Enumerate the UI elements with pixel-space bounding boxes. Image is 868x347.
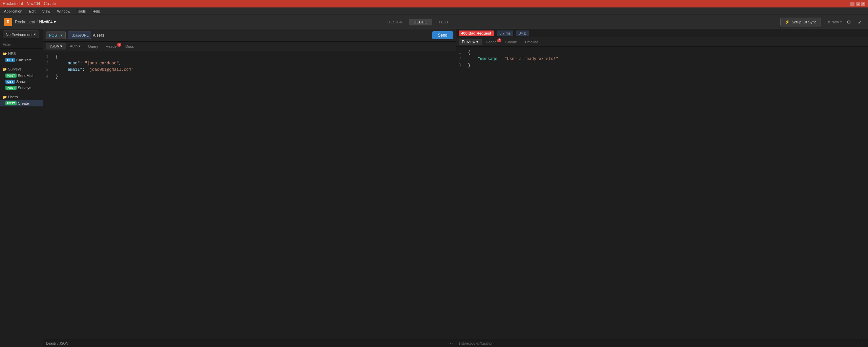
- response-panel: 400 Bad Request 5.7 ms 34 B Preview ▾ He…: [456, 29, 868, 347]
- item-label-create: Create: [18, 101, 29, 105]
- main-layout: No Environment ▾ ⚙ + 📂 NPS GET Calculate: [0, 29, 868, 347]
- menu-tools[interactable]: Tools: [76, 8, 87, 14]
- sidebar-item-surveys[interactable]: POST Surveys: [0, 85, 43, 91]
- sidebar-group-header-nps[interactable]: 📂 NPS: [0, 50, 43, 57]
- sidebar-group-surveys: 📂 Surveys POST SendMail GET Show POST Su…: [0, 64, 43, 92]
- method-label: POST: [49, 33, 59, 37]
- sidebar-group-header-surveys[interactable]: 📂 Surveys: [0, 66, 43, 73]
- method-selector[interactable]: POST ▾: [46, 32, 66, 39]
- tab-timeline[interactable]: Timeline: [521, 39, 542, 45]
- setup-git-button[interactable]: ⚡ Setup Git Sync: [780, 18, 821, 26]
- method-badge-get: GET: [5, 80, 15, 84]
- group-label-surveys: Surveys: [8, 67, 22, 71]
- toolbar-tabs: DESIGN DEBUG TEST: [383, 19, 454, 25]
- tab-design[interactable]: DESIGN: [383, 19, 408, 25]
- workspace-icon: R: [4, 18, 12, 26]
- sidebar-group-users: 📂 Users POST Create: [0, 92, 43, 108]
- titlebar-title: Rocketseat - Nlw#04 - Create: [3, 1, 56, 6]
- response-time: 5.7 ms: [497, 30, 513, 36]
- response-header-badge: 7: [497, 38, 501, 42]
- tab-response-header[interactable]: Header 7: [482, 39, 501, 45]
- group-label-nps: NPS: [8, 52, 16, 56]
- item-label-calculate: Calculate: [16, 58, 32, 62]
- url-base-tag[interactable]: _.baseURL: [68, 32, 91, 39]
- menu-edit[interactable]: Edit: [28, 8, 37, 14]
- tab-debug[interactable]: DEBUG: [409, 19, 433, 25]
- maximize-icon[interactable]: ⤢: [856, 19, 864, 25]
- response-size: 34 B: [516, 30, 529, 36]
- folder-icon: 📂: [3, 52, 7, 56]
- chevron-down-icon[interactable]: ▾: [840, 20, 842, 24]
- folder-icon: 📂: [3, 67, 7, 71]
- tab-docs[interactable]: Docs: [122, 43, 137, 49]
- toolbar: R Rocketseat / Nlw#04 ▾ DESIGN DEBUG TES…: [0, 15, 868, 29]
- url-bar: POST ▾ _.baseURL /users Send: [43, 29, 456, 42]
- more-options-icon[interactable]: ⋯: [448, 341, 453, 346]
- folder-icon: 📂: [3, 95, 7, 99]
- tab-query[interactable]: Query: [85, 43, 102, 49]
- sidebar-item-create[interactable]: POST Create: [0, 100, 43, 106]
- env-bar: No Environment ▾: [0, 29, 43, 40]
- settings-icon[interactable]: ⚙: [845, 19, 853, 25]
- header-badge: 1: [117, 43, 121, 47]
- response-panel-bottom: $.store.books[*].author ⋮: [456, 340, 868, 347]
- menu-help[interactable]: Help: [91, 8, 102, 14]
- tab-json[interactable]: JSON ▾: [46, 43, 66, 49]
- sidebar-item-show[interactable]: GET Show: [0, 79, 43, 85]
- code-line-4: 4}: [46, 74, 453, 80]
- response-line-1: 1{: [459, 49, 866, 56]
- env-selector[interactable]: No Environment ▾: [3, 30, 39, 38]
- request-body-editor[interactable]: 1{ 2 "name": "joao cardoso", 3 "email": …: [43, 51, 456, 340]
- menu-view[interactable]: View: [41, 8, 52, 14]
- request-panel-tabs: JSON ▾ Auth ▾ Query Header 1 Docs: [43, 42, 456, 51]
- method-badge-get: GET: [5, 58, 15, 62]
- tab-auth[interactable]: Auth ▾: [66, 43, 84, 49]
- env-chevron-icon: ▾: [34, 32, 36, 37]
- code-line-2: 2 "name": "joao cardoso",: [46, 60, 453, 67]
- response-line-2: 2 "message": "User already exists!": [459, 56, 866, 62]
- sidebar-filter: ⚙ +: [0, 40, 43, 49]
- request-panel-bottom: Beautify JSON ⋯: [43, 340, 456, 347]
- response-statusbar: 400 Bad Request 5.7 ms 34 B: [456, 29, 868, 37]
- method-badge-post: POST: [5, 101, 17, 105]
- menu-application[interactable]: Application: [3, 8, 24, 14]
- code-line-3: 3 "email": "joao001@gmail.com": [46, 67, 453, 73]
- filter-input[interactable]: [3, 42, 49, 46]
- response-more-icon[interactable]: ⋮: [861, 341, 865, 346]
- minimize-button[interactable]: –: [850, 2, 854, 6]
- send-button[interactable]: Send: [432, 31, 453, 39]
- sidebar-item-calculate[interactable]: GET Calculate: [0, 57, 43, 63]
- url-path[interactable]: /users: [93, 33, 104, 38]
- toolbar-right: ⚡ Setup Git Sync Just Now ▾ ⚙ ⤢: [780, 18, 864, 26]
- response-panel-tabs: Preview ▾ Header 7 Cookie Timeline: [456, 37, 868, 47]
- status-badge: 400 Bad Request: [459, 30, 494, 36]
- menubar: Application Edit View Window Tools Help: [0, 7, 868, 15]
- jq-path: $.store.books[*].author: [459, 342, 493, 345]
- group-label-users: Users: [8, 95, 18, 99]
- response-line-3: 3}: [459, 62, 866, 69]
- method-badge-post: POST: [5, 86, 17, 90]
- sidebar: No Environment ▾ ⚙ + 📂 NPS GET Calculate: [0, 29, 43, 347]
- just-now-label: Just Now: [824, 20, 839, 24]
- sidebar-group-header-users[interactable]: 📂 Users: [0, 94, 43, 100]
- tab-header[interactable]: Header 1: [102, 43, 121, 49]
- tab-cookie[interactable]: Cookie: [502, 39, 520, 45]
- close-button[interactable]: ✕: [861, 2, 865, 6]
- maximize-button[interactable]: □: [856, 2, 860, 6]
- sidebar-group-nps: 📂 NPS GET Calculate: [0, 49, 43, 64]
- tab-test[interactable]: TEST: [434, 19, 453, 25]
- method-chevron-icon: ▾: [61, 33, 63, 38]
- breadcrumb-current[interactable]: Nlw#04 ▾: [39, 20, 56, 24]
- response-body: 1{ 2 "message": "User already exists!" 3…: [456, 47, 868, 340]
- git-icon: ⚡: [785, 20, 790, 24]
- tab-preview[interactable]: Preview ▾: [459, 39, 482, 45]
- breadcrumb-root: Rocketseat: [15, 20, 35, 24]
- titlebar: Rocketseat - Nlw#04 - Create – □ ✕: [0, 0, 868, 7]
- beautify-button[interactable]: Beautify JSON: [46, 342, 68, 345]
- sidebar-item-sendmail[interactable]: POST SendMail: [0, 73, 43, 79]
- code-line-1: 1{: [46, 54, 453, 60]
- just-now-container: Just Now ▾: [824, 20, 842, 24]
- menu-window[interactable]: Window: [56, 8, 71, 14]
- item-label-surveys: Surveys: [18, 86, 31, 90]
- breadcrumb: Rocketseat / Nlw#04 ▾: [15, 20, 56, 24]
